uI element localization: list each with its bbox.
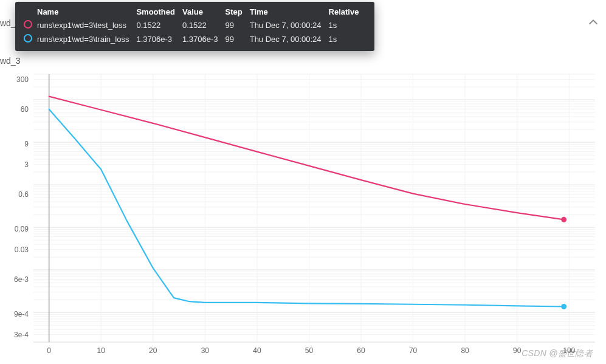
svg-text:0.03: 0.03	[15, 246, 29, 254]
svg-text:60: 60	[21, 105, 29, 114]
tag-label: wd_3	[0, 56, 20, 66]
col-smoothed: Smoothed	[136, 5, 182, 18]
cell-value: 1.3706e-3	[182, 32, 226, 46]
line-chart[interactable]: 30060930.60.090.036e-39e-43e-40102030405…	[0, 72, 600, 358]
cell-time: Thu Dec 7, 00:00:24	[250, 18, 329, 32]
svg-point-91	[561, 217, 566, 222]
cell-name: runs\exp1\wd=3\test_loss	[37, 18, 136, 32]
col-value: Value	[182, 5, 226, 18]
svg-text:80: 80	[461, 346, 469, 355]
series-swatch-icon	[24, 34, 32, 43]
col-time: Time	[250, 5, 329, 18]
chart-area[interactable]: 30060930.60.090.036e-39e-43e-40102030405…	[0, 72, 600, 358]
series-swatch-icon	[24, 20, 32, 29]
svg-text:0.09: 0.09	[15, 225, 29, 233]
hover-tooltip: Name Smoothed Value Step Time Relative r…	[15, 2, 374, 51]
cell-relative: 1s	[329, 18, 367, 32]
tooltip-header-row: Name Smoothed Value Step Time Relative	[24, 5, 366, 18]
svg-text:90: 90	[513, 346, 522, 355]
svg-text:10: 10	[97, 346, 106, 355]
svg-point-92	[561, 304, 566, 309]
tooltip-row: runs\exp1\wd=3\train_loss 1.3706e-3 1.37…	[24, 32, 366, 46]
col-name: Name	[37, 5, 136, 18]
tooltip-row: runs\exp1\wd=3\test_loss 0.1522 0.1522 9…	[24, 18, 366, 32]
cell-relative: 1s	[329, 32, 367, 46]
svg-text:30: 30	[201, 346, 210, 355]
svg-text:9: 9	[24, 140, 29, 148]
svg-text:0: 0	[47, 346, 51, 355]
cell-smoothed: 1.3706e-3	[136, 32, 182, 46]
svg-text:3e-4: 3e-4	[14, 331, 29, 339]
cell-time: Thu Dec 7, 00:00:24	[250, 32, 329, 46]
col-step: Step	[226, 5, 250, 18]
svg-text:20: 20	[149, 346, 157, 355]
svg-text:6e-3: 6e-3	[14, 275, 29, 284]
svg-text:9e-4: 9e-4	[14, 310, 29, 318]
svg-text:60: 60	[357, 346, 365, 355]
cell-smoothed: 0.1522	[136, 18, 182, 32]
cell-step: 99	[226, 18, 250, 32]
svg-text:70: 70	[409, 346, 418, 355]
cell-step: 99	[226, 32, 250, 46]
cell-name: runs\exp1\wd=3\train_loss	[37, 32, 136, 46]
svg-text:100: 100	[563, 346, 575, 355]
svg-text:50: 50	[305, 346, 314, 355]
cell-value: 0.1522	[182, 18, 226, 32]
svg-text:300: 300	[16, 75, 29, 84]
chevron-up-icon[interactable]	[587, 16, 600, 29]
svg-text:40: 40	[253, 346, 261, 355]
col-relative: Relative	[329, 5, 367, 18]
svg-text:3: 3	[24, 160, 29, 169]
svg-text:0.6: 0.6	[18, 190, 29, 199]
